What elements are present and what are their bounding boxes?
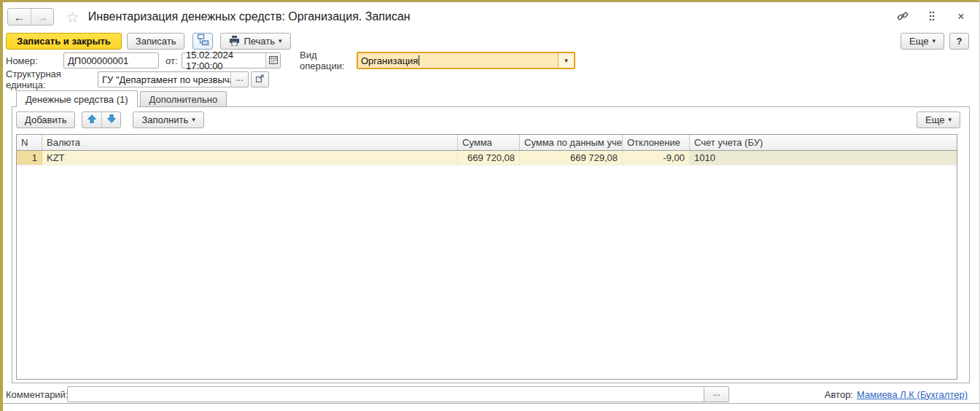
title-bar-actions: × [895, 9, 975, 25]
settings-menu-button[interactable] [924, 9, 940, 25]
close-button[interactable]: × [953, 9, 969, 25]
back-button[interactable]: ← [8, 9, 31, 25]
date-field: 15.02.2024 17:00:00 [182, 52, 281, 68]
move-row-down-button[interactable] [101, 112, 120, 128]
forward-button[interactable]: → [31, 9, 53, 25]
fill-button[interactable]: Заполнить ▾ [133, 111, 203, 128]
calendar-icon [269, 55, 278, 66]
page-title: Инвентаризация денежных средств: Организ… [88, 10, 411, 23]
print-button[interactable]: Печать ▾ [220, 33, 290, 50]
number-label: Номер: [6, 55, 63, 66]
link-icon [896, 9, 909, 25]
comment-expand-button[interactable]: ... [704, 386, 729, 402]
structural-unit-field: ГУ "Департамент по чрезвычайным ... [98, 71, 249, 87]
more-button-label: Еще [909, 36, 928, 47]
column-header-amount: Сумма [458, 135, 520, 150]
cell-account[interactable]: 1010 [690, 151, 957, 165]
close-icon: × [957, 10, 964, 23]
save-button[interactable]: Записать [127, 33, 185, 50]
operation-type-dropdown-button[interactable]: ▾ [558, 53, 574, 68]
caret-down-icon: ▾ [948, 117, 952, 123]
table-row[interactable]: 1 KZT 669 720,08 669 729,08 -9,00 1010 [17, 151, 957, 165]
column-header-currency: Валюта [42, 135, 458, 150]
table-toolbar: Добавить Заполнить ▾ Еще [16, 111, 960, 129]
date-label: от: [166, 55, 182, 66]
column-header-account: Счет учета (БУ) [690, 135, 957, 150]
author-block: Автор: Мамиева Л.К (Бухгалтер) [825, 389, 975, 400]
structural-unit-open-button[interactable] [251, 71, 269, 87]
calendar-picker-button[interactable] [265, 53, 280, 68]
structural-unit-select-button[interactable]: ... [230, 72, 248, 87]
operation-type-field: Организация ▾ [357, 52, 575, 69]
back-icon: ← [14, 11, 25, 23]
date-input[interactable]: 15.02.2024 17:00:00 [182, 53, 265, 68]
nav-history-group: ← → [7, 8, 54, 26]
author-link[interactable]: Мамиева Л.К (Бухгалтер) [857, 389, 968, 400]
comment-field: ... [67, 386, 729, 402]
move-row-up-button[interactable] [82, 112, 101, 128]
show-postings-button[interactable] [192, 33, 213, 50]
structural-unit-label: Структурная единица: [6, 68, 98, 90]
arrow-up-icon [87, 114, 97, 126]
open-in-window-icon [255, 74, 265, 85]
cell-row-number[interactable]: 1 [17, 151, 42, 165]
window-bottom-divider [3, 403, 979, 404]
operation-type-input[interactable]: Организация [358, 53, 558, 68]
caret-down-icon: ▾ [932, 38, 936, 44]
structural-unit-input[interactable]: ГУ "Департамент по чрезвычайным [98, 72, 230, 87]
tab-additional[interactable]: Дополнительно [140, 91, 228, 106]
print-button-label: Печать [244, 36, 275, 47]
table-header-row: N Валюта Сумма Сумма по данным учета Отк… [17, 135, 957, 151]
tab-cash-funds[interactable]: Денежные средства (1) [16, 90, 138, 107]
document-window: ← → ☆ Инвентаризация денежных средств: О… [0, 0, 980, 411]
move-row-group [82, 111, 121, 128]
cash-table: N Валюта Сумма Сумма по данным учета Отк… [16, 134, 957, 380]
favorite-star-icon[interactable]: ☆ [66, 9, 79, 25]
column-header-deviation: Отклонение [623, 135, 690, 150]
caret-down-icon: ▾ [279, 38, 282, 44]
arrow-down-icon [106, 114, 117, 126]
author-label: Автор: [825, 389, 853, 400]
header-fields-row: Номер: ДП000000001 от: 15.02.2024 17:00:… [6, 52, 975, 69]
caret-down-icon: ▾ [564, 58, 568, 64]
table-empty-area [17, 165, 957, 379]
vertical-dots-icon [928, 10, 936, 24]
column-header-n: N [17, 135, 42, 150]
help-button[interactable]: ? [949, 33, 969, 50]
forward-icon: → [37, 11, 48, 23]
copy-link-button[interactable] [895, 9, 911, 25]
cell-amount[interactable]: 669 720,08 [458, 151, 520, 165]
caret-down-icon: ▾ [192, 117, 195, 123]
printer-icon [229, 36, 240, 46]
column-header-amount-accounting: Сумма по данным учета [520, 135, 623, 150]
cell-currency[interactable]: KZT [42, 151, 458, 165]
footer-row: Комментарий: ... Автор: Мамиева Л.К (Бух… [6, 385, 975, 403]
operation-type-value: Организация [361, 55, 418, 66]
related-documents-icon [197, 34, 209, 48]
unit-field-row: Структурная единица: ГУ "Департамент по … [6, 71, 975, 88]
cash-funds-panel: Добавить Заполнить ▾ Еще [12, 106, 970, 383]
table-more-label: Еще [925, 114, 944, 125]
tab-bar: Денежные средства (1) Дополнительно [16, 90, 227, 107]
title-bar: ← → ☆ Инвентаризация денежных средств: О… [4, 4, 975, 29]
text-cursor [419, 55, 419, 66]
command-bar: Записать и закрыть Записать Печать ▾ Еще… [6, 31, 975, 51]
cell-amount-accounting[interactable]: 669 729,08 [520, 151, 623, 165]
number-input[interactable]: ДП000000001 [63, 52, 159, 68]
command-bar-right: Еще ▾ ? [901, 33, 975, 50]
operation-type-label: Вид операции: [300, 50, 357, 71]
table-more-button[interactable]: Еще ▾ [917, 111, 960, 128]
more-button[interactable]: Еще ▾ [901, 33, 944, 50]
fill-button-label: Заполнить [141, 114, 188, 125]
add-row-button[interactable]: Добавить [16, 111, 75, 128]
comment-input[interactable] [67, 386, 704, 402]
cell-deviation[interactable]: -9,00 [623, 151, 690, 165]
comment-label: Комментарий: [6, 389, 67, 400]
save-and-close-button[interactable]: Записать и закрыть [6, 33, 122, 50]
